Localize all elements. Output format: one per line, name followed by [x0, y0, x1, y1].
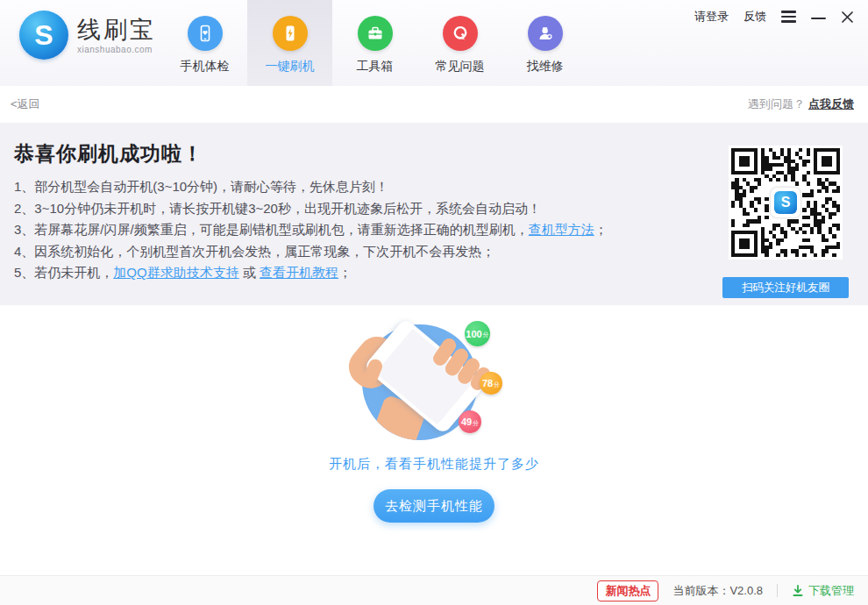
minimize-icon[interactable] [811, 18, 826, 19]
app-header: S 线刷宝 xianshuabao.com 手机体检 [0, 0, 868, 86]
toolbox-icon [358, 16, 393, 51]
problem-area: 遇到问题？ 点我反馈 [748, 96, 854, 112]
score-badge-78: 78分 [480, 372, 502, 395]
feedback-link[interactable]: 反馈 [743, 9, 766, 25]
phone-flash-icon [273, 16, 308, 51]
score-unit: 分 [494, 381, 500, 389]
tip-5-mid: 或 [239, 265, 260, 280]
nav-label: 常见问题 [436, 59, 485, 75]
menu-icon[interactable] [781, 9, 796, 24]
score-value: 100 [466, 329, 481, 339]
logo-letter: S [34, 21, 53, 49]
nav-label: 手机体检 [181, 59, 230, 75]
status-footer: 新闻热点 当前版本：V2.0.8 下载管理 [0, 575, 868, 605]
tip-3-suffix: ； [594, 222, 608, 237]
news-hotspot-button[interactable]: 新闻热点 [597, 580, 658, 601]
app-name: 线刷宝 [77, 17, 156, 43]
nav-item-one-key-flash[interactable]: 一键刷机 [247, 0, 332, 86]
nav-label: 一键刷机 [266, 59, 315, 75]
download-manager-button[interactable]: 下载管理 [792, 583, 854, 599]
back-button[interactable]: <返回 [11, 96, 40, 112]
tip-5-suffix: ； [338, 265, 352, 280]
qr-panel: S 扫码关注好机友圈 [722, 146, 849, 298]
app-logo: S 线刷宝 xianshuabao.com [19, 11, 156, 60]
success-notice-section: 恭喜你刷机成功啦！ 1、部分机型会自动开机(3~10分钟)，请耐心等待，先休息片… [0, 123, 868, 305]
score-unit: 分 [473, 419, 479, 428]
score-badge-49: 49分 [459, 410, 481, 433]
boot-tutorial-link[interactable]: 查看开机教程 [260, 265, 338, 280]
main-nav: 手机体检 一键刷机 [162, 0, 587, 86]
app-window: S 线刷宝 xianshuabao.com 手机体检 [0, 0, 868, 605]
version-label: 当前版本：V2.0.8 [672, 583, 763, 599]
footer-divider [777, 584, 778, 597]
nav-label: 找维修 [527, 59, 564, 75]
tip-5-text: 5、若仍未开机， [14, 265, 113, 280]
question-icon [443, 16, 478, 51]
nav-item-toolbox[interactable]: 工具箱 [332, 0, 417, 86]
result-section: 100分 78分 49分 开机后，看看手机性能提升了多少 去检测手机性能 [0, 305, 868, 575]
app-domain: xianshuabao.com [77, 45, 156, 54]
download-icon [792, 585, 804, 597]
nav-label: 工具箱 [357, 59, 394, 75]
qr-code: S [729, 146, 843, 260]
nav-item-phone-health[interactable]: 手机体检 [162, 0, 247, 86]
problem-feedback-link[interactable]: 点我反馈 [808, 96, 854, 112]
download-label: 下载管理 [808, 583, 854, 599]
performance-caption: 开机后，看看手机性能提升了多少 [0, 456, 868, 473]
score-value: 78 [482, 378, 493, 388]
sub-toolbar: <返回 遇到问题？ 点我反馈 [0, 86, 868, 123]
score-unit: 分 [483, 331, 489, 339]
phone-health-icon [188, 16, 223, 51]
score-value: 49 [461, 416, 472, 427]
window-controls: 请登录 反馈 [694, 9, 854, 25]
nav-item-faq[interactable]: 常见问题 [417, 0, 502, 86]
check-performance-button[interactable]: 去检测手机性能 [374, 489, 494, 523]
qr-logo-letter: S [774, 191, 797, 214]
check-model-link[interactable]: 查机型方法 [529, 222, 594, 237]
problem-hint: 遇到问题？ [748, 96, 805, 112]
qr-center-logo-icon: S [771, 188, 800, 217]
logo-sphere-icon: S [19, 11, 68, 60]
qq-group-link[interactable]: 加QQ群求助技术支持 [113, 265, 238, 280]
tip-3-text: 3、若屏幕花屏/闪屏/频繁重启，可能是刷错机型或刷机包，请重新选择正确的机型刷机… [14, 222, 529, 237]
score-badge-100: 100分 [465, 321, 490, 346]
login-link[interactable]: 请登录 [694, 9, 729, 25]
logo-text: 线刷宝 xianshuabao.com [77, 17, 156, 54]
close-icon[interactable] [841, 11, 854, 24]
scan-follow-button[interactable]: 扫码关注好机友圈 [722, 277, 849, 298]
nav-item-repair[interactable]: 找维修 [502, 0, 587, 86]
repairman-icon [528, 16, 563, 51]
